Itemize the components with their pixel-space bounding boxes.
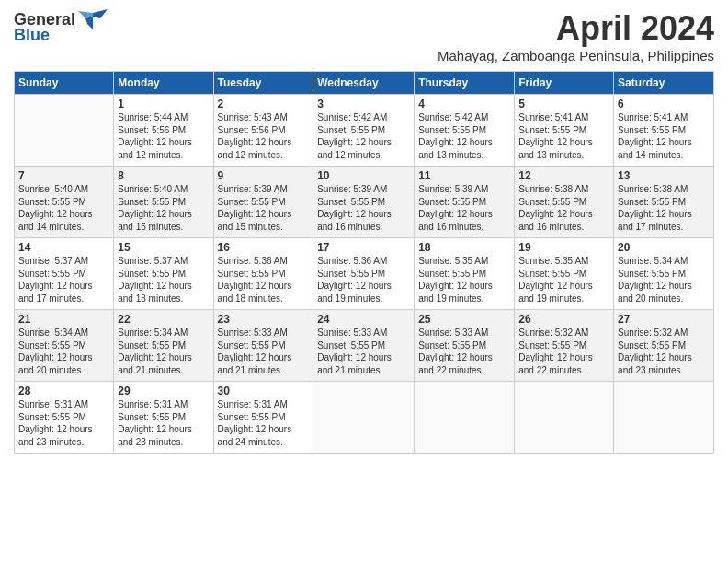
calendar-cell: 19Sunrise: 5:35 AM Sunset: 5:55 PM Dayli… bbox=[515, 238, 614, 310]
day-info: Sunrise: 5:39 AM Sunset: 5:55 PM Dayligh… bbox=[418, 183, 510, 233]
calendar-table: SundayMondayTuesdayWednesdayThursdayFrid… bbox=[14, 71, 714, 454]
day-info: Sunrise: 5:35 AM Sunset: 5:55 PM Dayligh… bbox=[518, 255, 609, 304]
calendar-cell bbox=[313, 382, 415, 454]
day-number: 7 bbox=[18, 169, 109, 182]
logo-text-blue: Blue bbox=[14, 26, 50, 45]
day-info: Sunrise: 5:39 AM Sunset: 5:55 PM Dayligh… bbox=[317, 183, 410, 233]
weekday-header: Saturday bbox=[614, 72, 714, 95]
day-number: 30 bbox=[218, 385, 310, 397]
day-info: Sunrise: 5:42 AM Sunset: 5:55 PM Dayligh… bbox=[418, 111, 510, 161]
calendar-cell: 22Sunrise: 5:34 AM Sunset: 5:55 PM Dayli… bbox=[114, 310, 213, 382]
day-number: 2 bbox=[218, 98, 310, 110]
day-info: Sunrise: 5:31 AM Sunset: 5:55 PM Dayligh… bbox=[118, 398, 209, 448]
title-block: April 2024 Mahayag, Zamboanga Peninsula,… bbox=[438, 9, 714, 63]
day-number: 9 bbox=[218, 169, 310, 182]
day-number: 24 bbox=[317, 313, 410, 326]
calendar-cell: 29Sunrise: 5:31 AM Sunset: 5:55 PM Dayli… bbox=[114, 382, 213, 454]
day-info: Sunrise: 5:40 AM Sunset: 5:55 PM Dayligh… bbox=[18, 183, 109, 233]
day-info: Sunrise: 5:41 AM Sunset: 5:55 PM Dayligh… bbox=[518, 111, 609, 161]
day-number: 27 bbox=[618, 313, 710, 326]
calendar-cell: 16Sunrise: 5:36 AM Sunset: 5:55 PM Dayli… bbox=[213, 238, 313, 310]
day-number: 28 bbox=[18, 385, 109, 397]
calendar-cell: 17Sunrise: 5:36 AM Sunset: 5:55 PM Dayli… bbox=[313, 238, 415, 310]
calendar-cell bbox=[15, 95, 114, 167]
calendar-cell bbox=[415, 382, 515, 454]
calendar-cell: 6Sunrise: 5:41 AM Sunset: 5:55 PM Daylig… bbox=[614, 95, 714, 167]
day-number: 19 bbox=[518, 241, 609, 254]
svg-marker-0 bbox=[93, 9, 108, 18]
day-info: Sunrise: 5:33 AM Sunset: 5:55 PM Dayligh… bbox=[218, 327, 310, 376]
day-info: Sunrise: 5:33 AM Sunset: 5:55 PM Dayligh… bbox=[418, 327, 510, 376]
calendar-cell bbox=[515, 382, 614, 454]
day-info: Sunrise: 5:33 AM Sunset: 5:55 PM Dayligh… bbox=[317, 327, 410, 376]
day-info: Sunrise: 5:44 AM Sunset: 5:56 PM Dayligh… bbox=[118, 111, 209, 161]
weekday-header: Tuesday bbox=[213, 72, 313, 95]
day-info: Sunrise: 5:34 AM Sunset: 5:55 PM Dayligh… bbox=[18, 327, 109, 376]
day-number: 14 bbox=[18, 241, 109, 254]
day-info: Sunrise: 5:36 AM Sunset: 5:55 PM Dayligh… bbox=[317, 255, 410, 304]
day-info: Sunrise: 5:32 AM Sunset: 5:55 PM Dayligh… bbox=[618, 327, 710, 376]
day-info: Sunrise: 5:31 AM Sunset: 5:55 PM Dayligh… bbox=[218, 398, 310, 448]
day-info: Sunrise: 5:36 AM Sunset: 5:55 PM Dayligh… bbox=[218, 255, 310, 304]
day-info: Sunrise: 5:31 AM Sunset: 5:55 PM Dayligh… bbox=[18, 398, 109, 448]
day-number: 22 bbox=[118, 313, 209, 326]
calendar-cell: 15Sunrise: 5:37 AM Sunset: 5:55 PM Dayli… bbox=[114, 238, 213, 310]
day-number: 5 bbox=[518, 98, 609, 110]
page-header: General Blue April 2024 Mahayag, Zamboan… bbox=[14, 9, 714, 63]
calendar-cell bbox=[614, 382, 714, 454]
day-info: Sunrise: 5:41 AM Sunset: 5:55 PM Dayligh… bbox=[618, 111, 710, 161]
calendar-body: 1Sunrise: 5:44 AM Sunset: 5:56 PM Daylig… bbox=[15, 95, 714, 454]
calendar-cell: 5Sunrise: 5:41 AM Sunset: 5:55 PM Daylig… bbox=[515, 95, 614, 167]
logo-bird-icon bbox=[78, 9, 108, 29]
calendar-cell: 25Sunrise: 5:33 AM Sunset: 5:55 PM Dayli… bbox=[415, 310, 515, 382]
day-number: 16 bbox=[218, 241, 310, 254]
weekday-header: Monday bbox=[114, 72, 213, 95]
calendar-cell: 12Sunrise: 5:38 AM Sunset: 5:55 PM Dayli… bbox=[515, 167, 614, 238]
day-info: Sunrise: 5:43 AM Sunset: 5:56 PM Dayligh… bbox=[218, 111, 310, 161]
calendar-cell: 23Sunrise: 5:33 AM Sunset: 5:55 PM Dayli… bbox=[213, 310, 313, 382]
weekday-header: Thursday bbox=[415, 72, 515, 95]
day-info: Sunrise: 5:40 AM Sunset: 5:55 PM Dayligh… bbox=[118, 183, 209, 233]
day-number: 10 bbox=[317, 169, 410, 182]
day-info: Sunrise: 5:34 AM Sunset: 5:55 PM Dayligh… bbox=[618, 255, 710, 304]
day-number: 3 bbox=[317, 98, 410, 110]
day-info: Sunrise: 5:38 AM Sunset: 5:55 PM Dayligh… bbox=[618, 183, 710, 233]
day-info: Sunrise: 5:42 AM Sunset: 5:55 PM Dayligh… bbox=[317, 111, 410, 161]
calendar-cell: 30Sunrise: 5:31 AM Sunset: 5:55 PM Dayli… bbox=[213, 382, 313, 454]
logo: General Blue bbox=[14, 9, 108, 45]
weekday-header: Wednesday bbox=[313, 72, 415, 95]
svg-marker-2 bbox=[85, 17, 93, 29]
day-info: Sunrise: 5:35 AM Sunset: 5:55 PM Dayligh… bbox=[418, 255, 510, 304]
day-number: 20 bbox=[618, 241, 710, 254]
day-number: 4 bbox=[418, 98, 510, 110]
day-number: 13 bbox=[618, 169, 710, 182]
day-info: Sunrise: 5:34 AM Sunset: 5:55 PM Dayligh… bbox=[118, 327, 209, 376]
calendar-header: SundayMondayTuesdayWednesdayThursdayFrid… bbox=[15, 72, 714, 95]
day-info: Sunrise: 5:32 AM Sunset: 5:55 PM Dayligh… bbox=[518, 327, 609, 376]
day-number: 15 bbox=[118, 241, 209, 254]
day-number: 18 bbox=[418, 241, 510, 254]
day-number: 1 bbox=[118, 98, 209, 110]
calendar-cell: 8Sunrise: 5:40 AM Sunset: 5:55 PM Daylig… bbox=[114, 167, 213, 238]
calendar-cell: 4Sunrise: 5:42 AM Sunset: 5:55 PM Daylig… bbox=[415, 95, 515, 167]
subtitle: Mahayag, Zamboanga Peninsula, Philippine… bbox=[438, 48, 714, 63]
day-number: 25 bbox=[418, 313, 510, 326]
day-number: 17 bbox=[317, 241, 410, 254]
calendar-cell: 28Sunrise: 5:31 AM Sunset: 5:55 PM Dayli… bbox=[15, 382, 114, 454]
calendar-cell: 11Sunrise: 5:39 AM Sunset: 5:55 PM Dayli… bbox=[415, 167, 515, 238]
day-number: 29 bbox=[118, 385, 209, 397]
calendar-cell: 3Sunrise: 5:42 AM Sunset: 5:55 PM Daylig… bbox=[313, 95, 415, 167]
main-title: April 2024 bbox=[438, 9, 714, 48]
weekday-header: Friday bbox=[515, 72, 614, 95]
calendar-cell: 13Sunrise: 5:38 AM Sunset: 5:55 PM Dayli… bbox=[614, 167, 714, 238]
day-info: Sunrise: 5:37 AM Sunset: 5:55 PM Dayligh… bbox=[118, 255, 209, 304]
calendar-cell: 7Sunrise: 5:40 AM Sunset: 5:55 PM Daylig… bbox=[15, 167, 114, 238]
day-info: Sunrise: 5:37 AM Sunset: 5:55 PM Dayligh… bbox=[18, 255, 109, 304]
calendar-cell: 21Sunrise: 5:34 AM Sunset: 5:55 PM Dayli… bbox=[15, 310, 114, 382]
calendar-cell: 9Sunrise: 5:39 AM Sunset: 5:55 PM Daylig… bbox=[213, 167, 313, 238]
calendar-cell: 20Sunrise: 5:34 AM Sunset: 5:55 PM Dayli… bbox=[614, 238, 714, 310]
day-number: 6 bbox=[618, 98, 710, 110]
calendar-cell: 2Sunrise: 5:43 AM Sunset: 5:56 PM Daylig… bbox=[213, 95, 313, 167]
calendar-cell: 26Sunrise: 5:32 AM Sunset: 5:55 PM Dayli… bbox=[515, 310, 614, 382]
calendar-cell: 10Sunrise: 5:39 AM Sunset: 5:55 PM Dayli… bbox=[313, 167, 415, 238]
